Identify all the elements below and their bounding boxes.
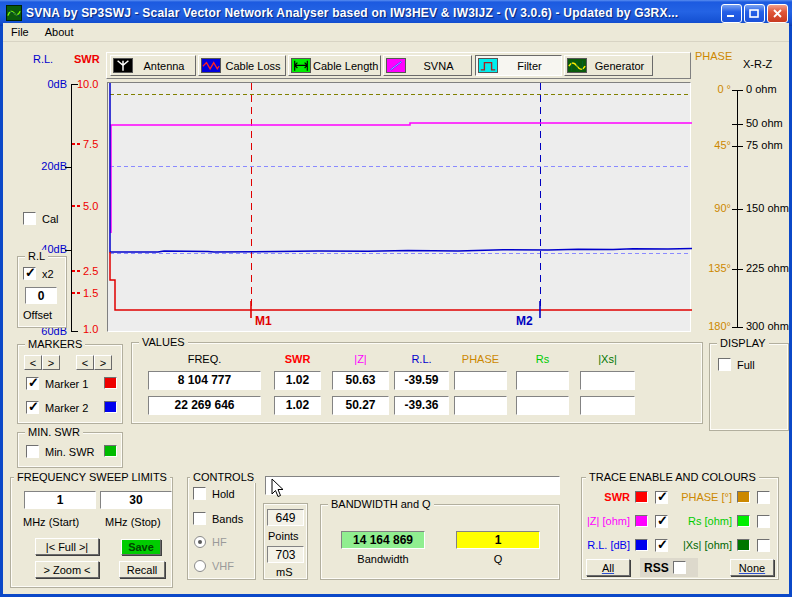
- min-swr-group: MIN. SWR Min. SWR: [17, 432, 123, 468]
- trace-swr-checkbox[interactable]: [655, 491, 668, 504]
- values-header-phase: PHASE: [454, 353, 507, 365]
- trace-z-checkbox[interactable]: [655, 515, 668, 528]
- values-group: VALUES FREQ. SWR |Z| R.L. PHASE Rs |Xs| …: [131, 342, 703, 424]
- trace-rl-swatch[interactable]: [635, 539, 648, 551]
- min-swr-color-swatch[interactable]: [104, 445, 117, 457]
- value-m2-phase: [454, 396, 507, 415]
- swr-trace: [110, 252, 692, 310]
- min-swr-checkbox[interactable]: [26, 445, 39, 458]
- min-swr-group-title: MIN. SWR: [25, 426, 83, 438]
- chart-plot-area[interactable]: M1 M2: [107, 82, 691, 332]
- toolbar-button-filter[interactable]: Filter: [475, 55, 562, 76]
- zoom-sweep-button[interactable]: > Zoom <: [35, 561, 99, 578]
- trace-phase-swatch[interactable]: [737, 491, 750, 503]
- ohm-tick-75: 75 ohm: [746, 139, 783, 151]
- mouse-cursor: [271, 478, 285, 499]
- xrz-axis-title: X-R-Z: [743, 58, 772, 70]
- maximize-button[interactable]: [744, 4, 765, 23]
- offset-label: Offset: [23, 309, 52, 321]
- marker1-next-button[interactable]: >: [42, 355, 60, 370]
- window-title: SVNA by SP3SWJ - Scalar Vector Network A…: [26, 6, 721, 20]
- hold-label: Hold: [212, 488, 235, 500]
- trace-rl-checkbox[interactable]: [655, 539, 668, 552]
- toolbar-button-cable-length[interactable]: Cable Length: [288, 55, 381, 76]
- marker1-checkbox[interactable]: [26, 377, 39, 390]
- trace-enable-group: TRACE ENABLE AND COLOURS SWR |Z| [ohm] R…: [581, 477, 779, 580]
- marker1-label: Marker 1: [45, 378, 88, 390]
- swr-tick-mark: [72, 205, 81, 207]
- bands-row: Bands: [193, 512, 243, 525]
- stop-frequency-input[interactable]: 30: [100, 491, 172, 509]
- rl-offset-group: R.L x2 0 Offset: [17, 256, 67, 328]
- q-label: Q: [456, 553, 540, 565]
- toolbar-button-svna[interactable]: SVNA: [383, 55, 472, 76]
- hold-checkbox[interactable]: [193, 487, 206, 500]
- cable-length-icon: [291, 58, 311, 73]
- value-m2-rl: -39.36: [394, 396, 449, 415]
- full-sweep-button[interactable]: |< Full >|: [35, 538, 99, 555]
- phase-tick-135: 135°: [697, 262, 731, 274]
- marker2-prev-button[interactable]: <: [76, 355, 94, 370]
- toolbar-button-cable-loss[interactable]: Cable Loss: [198, 55, 286, 76]
- display-full-checkbox[interactable]: [718, 358, 731, 371]
- close-button[interactable]: [767, 4, 788, 23]
- swr-tick-mark: [72, 270, 81, 272]
- ohm-tick-150: 150 ohm: [746, 202, 789, 214]
- phase-tick-180: 180°: [697, 320, 731, 332]
- ohm-tick-mark: [732, 124, 743, 125]
- left-axis-line: [71, 84, 72, 332]
- timing-panel: 649 Points 703 mS: [263, 503, 308, 580]
- toolbar-button-generator[interactable]: Generator: [564, 55, 653, 76]
- ohm-tick-0: 0 ohm: [746, 83, 777, 95]
- marker1-prev-button[interactable]: <: [24, 355, 42, 370]
- rl-trace: [110, 83, 692, 252]
- none-traces-button[interactable]: None: [730, 559, 774, 576]
- generator-icon: [567, 58, 587, 73]
- start-frequency-input[interactable]: 1: [24, 491, 96, 509]
- toolbar-button-antenna[interactable]: Antenna: [110, 55, 196, 76]
- axis-cap-bottom: [71, 331, 78, 332]
- trace-rs-checkbox[interactable]: [757, 515, 770, 528]
- bandwidth-value: 14 164 869: [341, 531, 425, 549]
- recall-button[interactable]: Recall: [119, 561, 165, 578]
- vhf-radio[interactable]: [194, 560, 206, 572]
- marker2-label: M2: [516, 314, 533, 328]
- menu-file[interactable]: File: [3, 24, 37, 40]
- trace-xs-swatch[interactable]: [737, 539, 750, 551]
- bands-checkbox[interactable]: [193, 512, 206, 525]
- value-m2-freq: 22 269 646: [148, 396, 261, 415]
- trace-swr-swatch[interactable]: [635, 491, 648, 503]
- swr-tick-2-5: 2.5: [83, 265, 98, 277]
- display-group-title: DISPLAY: [717, 337, 769, 349]
- traces-svg: [108, 83, 692, 333]
- rss-checkbox[interactable]: [673, 561, 686, 574]
- cable-loss-icon: [201, 58, 221, 73]
- marker1-label: M1: [255, 314, 272, 328]
- ohm-tick-300: 300 ohm: [746, 320, 789, 332]
- rl-tick-mark: [65, 167, 72, 168]
- all-traces-button[interactable]: All: [586, 559, 630, 576]
- marker2-next-button[interactable]: >: [94, 355, 112, 370]
- trace-phase-checkbox[interactable]: [757, 491, 770, 504]
- offset-input[interactable]: 0: [25, 287, 57, 304]
- marker2-checkbox[interactable]: [26, 401, 39, 414]
- menu-about[interactable]: About: [37, 24, 82, 40]
- trace-z-swatch[interactable]: [635, 515, 648, 527]
- save-button[interactable]: Save: [121, 539, 161, 555]
- hf-radio[interactable]: [194, 536, 206, 548]
- vhf-label: VHF: [212, 560, 234, 572]
- value-m2-rs: [516, 396, 569, 415]
- marker1-color-swatch[interactable]: [104, 377, 117, 389]
- minimize-button[interactable]: [721, 4, 742, 23]
- points-label: Points: [268, 530, 299, 542]
- trace-xs-checkbox[interactable]: [757, 539, 770, 552]
- values-header-rs: Rs: [516, 353, 569, 365]
- frequency-sweep-group-title: FREQUENCY SWEEP LIMITS: [14, 471, 170, 483]
- x2-checkbox[interactable]: [23, 267, 36, 280]
- value-m2-z: 50.27: [332, 396, 389, 415]
- status-input[interactable]: [265, 476, 560, 495]
- cal-checkbox[interactable]: [23, 212, 36, 225]
- swr-tick-mark: [72, 143, 81, 145]
- trace-rs-swatch[interactable]: [737, 515, 750, 527]
- marker2-color-swatch[interactable]: [104, 401, 117, 413]
